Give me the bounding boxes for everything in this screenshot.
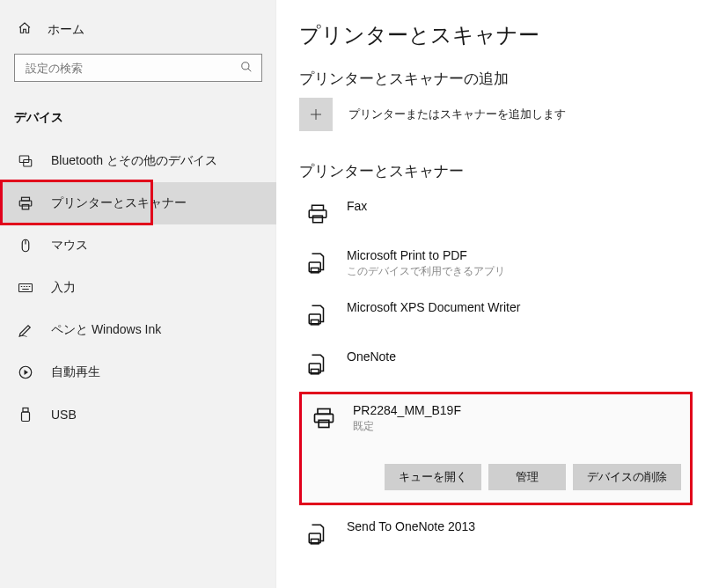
home-button[interactable]: ホーム xyxy=(0,16,276,43)
device-item-selected[interactable]: PR2284_MM_B19F 既定 キューを開く 管理 デバイスの削除 xyxy=(299,392,693,505)
sidebar-item-pen[interactable]: ペンと Windows Ink xyxy=(0,309,276,351)
device-name: Send To OneNote 2013 xyxy=(347,519,475,533)
autoplay-icon xyxy=(18,364,33,380)
svg-marker-16 xyxy=(25,370,29,375)
svg-rect-2 xyxy=(19,156,29,163)
svg-rect-30 xyxy=(318,409,330,415)
sidebar-item-bluetooth[interactable]: Bluetooth とその他のデバイス xyxy=(0,140,276,182)
page-title: プリンターとスキャナー xyxy=(299,21,700,49)
sidebar-item-typing[interactable]: 入力 xyxy=(0,267,276,309)
printer-icon xyxy=(18,195,33,211)
svg-rect-31 xyxy=(315,414,334,422)
document-printer-icon xyxy=(304,302,331,328)
device-item-print-to-pdf[interactable]: Microsoft Print to PDF このデバイスで利用できるアプリ xyxy=(299,239,700,291)
device-name: Fax xyxy=(347,199,367,213)
search-input[interactable] xyxy=(24,61,240,76)
device-actions: キューを開く 管理 デバイスの削除 xyxy=(311,464,681,490)
add-section-title: プリンターとスキャナーの追加 xyxy=(299,69,700,89)
home-label: ホーム xyxy=(48,22,84,38)
device-subtext: 既定 xyxy=(353,419,461,434)
manage-button[interactable]: 管理 xyxy=(488,464,566,490)
sidebar-item-printers[interactable]: プリンターとスキャナー xyxy=(0,182,276,224)
add-printer-button[interactable]: プリンターまたはスキャナーを追加します xyxy=(299,98,700,131)
svg-line-1 xyxy=(248,68,252,71)
mouse-icon xyxy=(18,238,33,254)
search-box[interactable] xyxy=(14,54,262,82)
device-list: Fax Microsoft Print to PDF このデバイスで利用できるア… xyxy=(299,190,700,560)
svg-rect-9 xyxy=(19,284,33,292)
main-panel: プリンターとスキャナー プリンターとスキャナーの追加 プリンターまたはスキャナー… xyxy=(276,0,726,588)
pen-icon xyxy=(18,322,33,338)
open-queue-button[interactable]: キューを開く xyxy=(385,464,481,490)
svg-rect-6 xyxy=(22,205,29,209)
sidebar-item-label: Bluetooth とその他のデバイス xyxy=(51,153,217,169)
device-subtext: このデバイスで利用できるアプリ xyxy=(347,264,505,279)
list-section-title: プリンターとスキャナー xyxy=(299,161,700,181)
sidebar-section-header: デバイス xyxy=(0,87,276,133)
add-printer-label: プリンターまたはスキャナーを追加します xyxy=(348,107,566,122)
device-item-xps-writer[interactable]: Microsoft XPS Document Writer xyxy=(299,291,700,341)
svg-rect-32 xyxy=(319,420,329,427)
search-icon xyxy=(240,61,253,76)
svg-point-0 xyxy=(242,62,249,69)
device-item-onenote[interactable]: OneNote xyxy=(299,341,700,390)
printer-icon xyxy=(304,201,331,227)
sidebar-item-label: USB xyxy=(51,408,77,422)
device-item-send-to-onenote[interactable]: Send To OneNote 2013 xyxy=(299,511,700,560)
sidebar-item-autoplay[interactable]: 自動再生 xyxy=(0,351,276,393)
keyboard-icon xyxy=(18,280,33,296)
search-row xyxy=(0,43,276,87)
device-item-fax[interactable]: Fax xyxy=(299,190,700,239)
device-name: PR2284_MM_B19F xyxy=(353,403,461,417)
svg-rect-21 xyxy=(312,205,324,209)
settings-sidebar: ホーム デバイス Bluetooth xyxy=(0,0,276,588)
devices-icon xyxy=(18,153,33,169)
document-printer-icon xyxy=(304,521,331,548)
document-printer-icon xyxy=(304,250,331,276)
svg-rect-17 xyxy=(23,408,28,413)
home-icon xyxy=(18,21,32,38)
svg-rect-22 xyxy=(309,210,326,218)
printer-icon xyxy=(311,405,337,431)
device-name: Microsoft XPS Document Writer xyxy=(347,300,520,314)
sidebar-item-usb[interactable]: USB xyxy=(0,393,276,436)
svg-rect-3 xyxy=(24,160,32,167)
device-name: OneNote xyxy=(347,349,396,364)
sidebar-item-label: マウス xyxy=(51,238,88,254)
sidebar-nav: Bluetooth とその他のデバイス プリンターとスキャナー xyxy=(0,140,276,436)
sidebar-item-mouse[interactable]: マウス xyxy=(0,224,276,267)
svg-rect-5 xyxy=(19,201,32,206)
usb-icon xyxy=(18,407,33,423)
remove-device-button[interactable]: デバイスの削除 xyxy=(573,464,681,490)
sidebar-item-label: プリンターとスキャナー xyxy=(51,195,187,211)
svg-rect-18 xyxy=(22,412,30,422)
sidebar-item-label: 入力 xyxy=(51,280,76,296)
sidebar-item-label: ペンと Windows Ink xyxy=(51,322,161,338)
device-name: Microsoft Print to PDF xyxy=(347,248,505,262)
svg-rect-23 xyxy=(313,216,323,223)
document-printer-icon xyxy=(304,351,331,378)
plus-icon xyxy=(299,98,333,131)
sidebar-item-label: 自動再生 xyxy=(51,364,100,380)
